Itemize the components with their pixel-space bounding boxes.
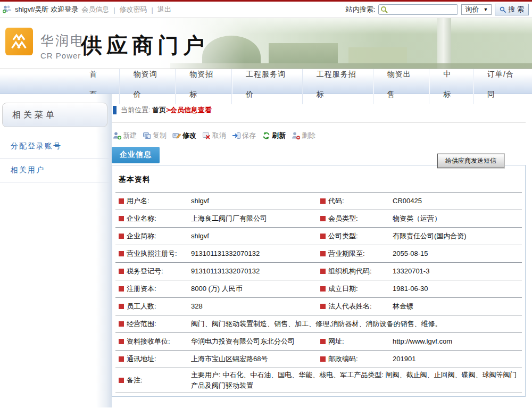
delete-button[interactable]: 删除: [292, 131, 315, 140]
header-banner: 华润电力 CR Power 供应商门户: [0, 18, 532, 69]
red-bullet-icon: [119, 339, 124, 344]
field-value: shlgvf: [191, 196, 317, 206]
search-input[interactable]: [378, 4, 458, 15]
search-button-icon: [500, 6, 506, 13]
field-value: 主要用户: 中石化、中石油、国电、华能、核电、军工产品类型: 闸阀、截止阀、止回…: [191, 370, 522, 391]
red-bullet-icon: [119, 378, 124, 383]
cancel-button[interactable]: 取消: [202, 131, 226, 140]
chevron-down-icon: ▼: [483, 7, 488, 12]
sidebar-title: 相关菜单: [2, 103, 107, 127]
field-label: 法人代表姓名:: [317, 302, 393, 311]
sidebar-item-related-users[interactable]: 相关用户: [0, 159, 112, 182]
field-label: 代码:: [317, 196, 393, 206]
breadcrumb-marker-icon: [113, 106, 117, 114]
field-value: 有限责任公司(国内合资): [393, 231, 522, 242]
field-label: 资料接收单位:: [115, 337, 191, 346]
tab-enterprise-info[interactable]: 企业信息: [112, 147, 160, 163]
sidebar: 相关菜单 分配登录账号 相关用户: [0, 94, 112, 407]
red-bullet-icon: [119, 304, 124, 309]
red-bullet-icon: [320, 286, 326, 292]
field-value: 上海良工阀门厂有限公司: [191, 213, 317, 224]
field-value: 913101131332070132: [191, 248, 317, 259]
red-bullet-icon: [320, 216, 326, 221]
user-session-area: shlgvf/吴昕 欢迎登录 会员信息 | 修改密码 | 退出: [2, 5, 171, 15]
field-value: 1981-06-30: [393, 284, 522, 294]
field-label: 备注:: [115, 376, 191, 385]
send-sms-to-supplier-button[interactable]: 给供应商发送短信: [437, 154, 504, 168]
top-user-bar: shlgvf/吴昕 欢迎登录 会员信息 | 修改密码 | 退出 站内搜索: 询价…: [0, 2, 532, 18]
field-value: shlgvf: [191, 231, 317, 242]
field-label: 营业执照注册号:: [115, 249, 191, 259]
copy-button-label: 复制: [153, 131, 167, 140]
red-bullet-icon: [320, 339, 326, 344]
red-bullet-icon: [320, 234, 326, 239]
field-value: 华润电力投资有限公司东北分公司: [191, 336, 317, 347]
red-bullet-icon: [320, 198, 326, 204]
red-bullet-icon: [320, 356, 326, 362]
welcome-text: shlgvf/吴昕 欢迎登录: [15, 5, 78, 14]
field-label: 用户名:: [115, 196, 191, 206]
cancel-button-label: 取消: [212, 131, 226, 140]
table-row: 用户名: shlgvf 代码: CR00425: [115, 192, 522, 210]
red-bullet-icon: [119, 216, 124, 221]
save-button[interactable]: 保存: [232, 131, 256, 140]
sidebar-item-assign-login-account[interactable]: 分配登录账号: [0, 135, 112, 159]
field-value: 物资类（运营）: [393, 213, 522, 224]
enterprise-info-panel: 基本资料 用户名: shlgvf 代码: CR00425 企业名称: 上海良工阀…: [112, 165, 526, 397]
field-value: 林金镖: [393, 301, 522, 312]
change-password-link[interactable]: 修改密码: [120, 5, 147, 14]
red-bullet-icon: [119, 198, 124, 204]
breadcrumb-divider: [112, 122, 526, 123]
table-row: 税务登记号: 913101131332070132 组织机构代码: 133207…: [115, 262, 522, 280]
new-icon: [113, 131, 122, 140]
edit-button[interactable]: 修改: [172, 131, 196, 140]
link-separator: |: [113, 6, 115, 14]
logout-link[interactable]: 退出: [157, 5, 171, 14]
supplier-portal-page: shlgvf/吴昕 欢迎登录 会员信息 | 修改密码 | 退出 站内搜索: 询价…: [0, 0, 532, 408]
field-label: 会员类型:: [317, 214, 393, 223]
field-label: 网址:: [317, 337, 393, 346]
search-button[interactable]: 搜 索: [495, 4, 529, 15]
search-category-value: 询价: [465, 5, 479, 14]
field-value: 328: [191, 301, 317, 312]
search-input-wrap: [378, 4, 458, 15]
table-row: 营业执照注册号: 913101131332070132 营业期限至: 2055-…: [115, 245, 522, 262]
field-value: 上海市宝山区锦宏路68号: [191, 354, 317, 364]
field-label: 注册资本:: [115, 284, 191, 294]
field-value: http://www.lgvf.com: [393, 336, 522, 347]
main-content: 当前位置: 首页 >会员信息查看 新建: [112, 94, 532, 407]
red-bullet-icon: [119, 286, 124, 292]
portal-title: 供应商门户: [81, 31, 209, 60]
breadcrumb-root[interactable]: 首页: [152, 105, 166, 115]
site-search-area: 站内搜索: 询价 ▼ 搜 索: [346, 4, 529, 15]
field-value: 913101131332070132: [191, 266, 317, 277]
field-label: 员工人数:: [115, 302, 191, 311]
table-row: 企业名称: 上海良工阀门厂有限公司 会员类型: 物资类（运营）: [115, 210, 522, 227]
site-search-label: 站内搜索:: [346, 5, 376, 14]
body-columns: 相关菜单 分配登录账号 相关用户 当前位置: 首页 >会员信息查看: [0, 94, 532, 407]
copy-icon: [143, 131, 152, 140]
field-label: 组织机构代码:: [317, 267, 393, 276]
sidebar-menu: 分配登录账号 相关用户: [0, 135, 112, 182]
search-icon: [380, 6, 388, 14]
red-bullet-icon: [119, 251, 124, 256]
breadcrumb: 当前位置: 首页 >会员信息查看: [112, 105, 532, 115]
red-bullet-icon: [320, 251, 326, 256]
field-label: 成立日期:: [317, 284, 393, 294]
refresh-icon: [262, 131, 271, 140]
edit-icon: [172, 131, 181, 140]
red-bullet-icon: [320, 304, 326, 309]
copy-button[interactable]: 复制: [143, 131, 167, 140]
field-value: 13320701-3: [393, 266, 522, 277]
search-category-select[interactable]: 询价 ▼: [461, 4, 492, 15]
member-info-link[interactable]: 会员信息: [81, 5, 109, 14]
field-label: 邮政编码:: [317, 354, 393, 364]
breadcrumb-current: >会员信息查看: [166, 105, 212, 115]
field-value: 201901: [393, 354, 522, 364]
search-button-label: 搜 索: [508, 5, 524, 14]
users-icon: [2, 5, 12, 15]
table-row: 员工人数: 328 法人代表姓名: 林金镖: [115, 297, 522, 315]
edit-button-label: 修改: [182, 131, 196, 140]
refresh-button[interactable]: 刷新: [262, 131, 286, 140]
new-button[interactable]: 新建: [113, 131, 137, 140]
